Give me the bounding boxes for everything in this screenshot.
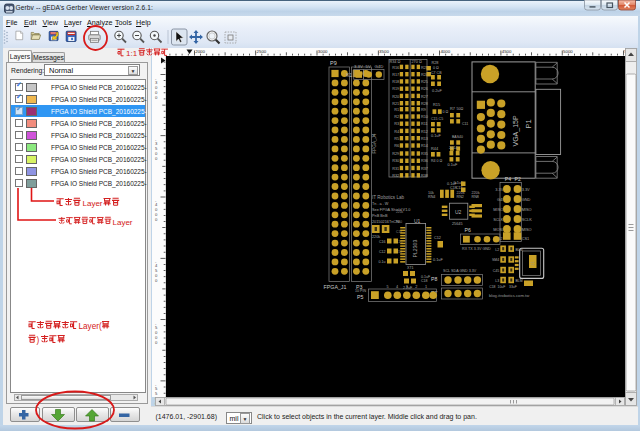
svg-text:Layer: Layer bbox=[113, 218, 133, 227]
svg-text:Layer(: Layer( bbox=[79, 322, 102, 331]
svg-text:Layer: Layer bbox=[83, 199, 103, 208]
svg-text:1:1: 1:1 bbox=[126, 49, 138, 58]
svg-text:): ) bbox=[37, 336, 40, 345]
